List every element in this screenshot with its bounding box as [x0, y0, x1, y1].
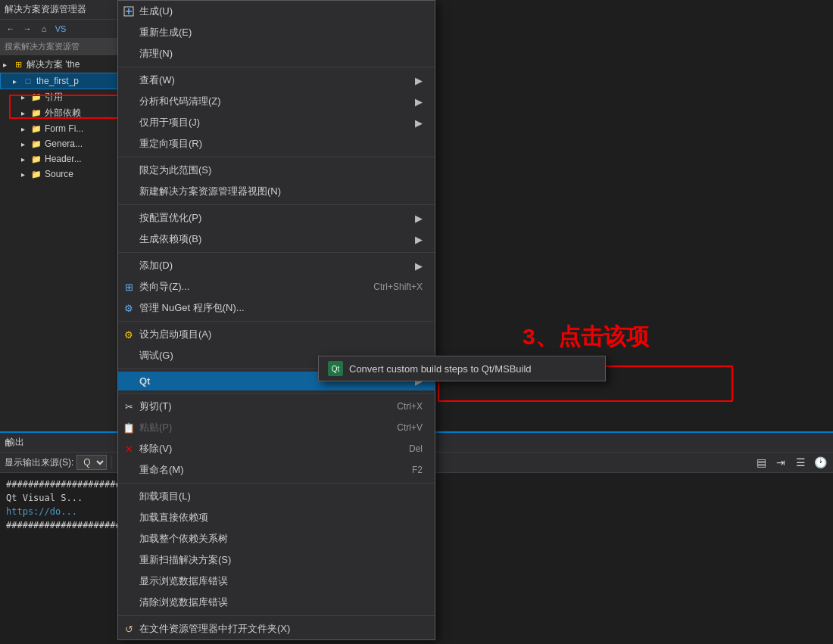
output-icon-4[interactable]: 🕐: [812, 454, 828, 471]
nuget-icon: ⚙: [123, 303, 135, 314]
paste-icon: 📋: [123, 422, 135, 434]
cm-item-retarget[interactable]: 重定向项目(R): [118, 133, 435, 154]
svg-text:Qt: Qt: [332, 365, 340, 373]
cm-item-optimize[interactable]: 按配置优化(P) ▶: [118, 207, 435, 229]
cm-item-load-tree[interactable]: 加载整个依赖关系树: [118, 528, 435, 549]
se-back-btn[interactable]: ←: [3, 21, 18, 36]
cm-arrow-view: ▶: [400, 75, 423, 86]
solution-explorer-search: 搜索解决方案资源管: [0, 39, 120, 55]
se-item-external-deps[interactable]: ▸ 📁 外部依赖: [0, 105, 120, 121]
qt-convert-icon: Qt: [328, 361, 343, 376]
se-item-source[interactable]: ▸ 📁 Source: [0, 166, 120, 182]
cm-item-load-direct[interactable]: 加载直接依赖项: [118, 507, 435, 528]
cm-item-rebuild[interactable]: 重新生成(E): [118, 22, 435, 43]
cm-item-analyze[interactable]: 分析和代码清理(Z) ▶: [118, 91, 435, 112]
output-icon-2[interactable]: ⇥: [772, 454, 789, 471]
se-item-project[interactable]: ▸ □ the_first_p: [0, 73, 120, 89]
cm-item-show-db-errors[interactable]: 显示浏览数据库错误: [118, 571, 435, 592]
cm-separator-4: [118, 252, 435, 253]
cm-shortcut-cut: Ctrl+X: [367, 401, 423, 412]
se-item-generated[interactable]: ▸ 📁 Genera...: [0, 136, 120, 151]
output-icon-1[interactable]: ▤: [753, 454, 769, 471]
build-icon: [123, 6, 135, 17]
context-menu: 生成(U) 重新生成(E) 清理(N) 查看(W) ▶ 分析和代码清理(Z) ▶…: [117, 0, 435, 640]
output-source-select[interactable]: Q: [76, 455, 107, 470]
solution-explorer-title: 解决方案资源管理器: [0, 0, 120, 20]
cm-separator-2: [118, 157, 435, 157]
cm-shortcut-class-wizard: Ctrl+Shift+X: [343, 282, 423, 292]
cm-arrow-project-only: ▶: [400, 117, 423, 129]
cm-item-new-view[interactable]: 新建解决方案资源管理器视图(N): [118, 181, 435, 202]
cm-item-unload[interactable]: 卸载项目(L): [118, 486, 435, 507]
cm-item-rename[interactable]: 重命名(M) F2: [118, 459, 435, 481]
cm-item-nuget[interactable]: ⚙ 管理 NuGet 程序包(N)...: [118, 297, 435, 319]
cm-separator-7: [118, 393, 435, 394]
se-item-form-files[interactable]: ▸ 📁 Form Fi...: [0, 121, 120, 136]
cm-item-clear-db-errors[interactable]: 清除浏览数据库错误: [118, 592, 435, 613]
cm-item-project-only[interactable]: 仅用于项目(J) ▶: [118, 112, 435, 133]
cut-icon: ✂: [123, 401, 135, 412]
cm-item-open-folder[interactable]: ↺ 在文件资源管理器中打开文件夹(X): [118, 618, 435, 639]
se-item-solution[interactable]: ▸ ⊞ 解决方案 'the: [0, 57, 120, 73]
cm-separator-8: [118, 483, 435, 484]
it-label: It: [5, 437, 10, 449]
open-folder-icon: ↺: [123, 624, 135, 635]
cm-item-class-wizard[interactable]: ⊞ 类向导(Z)... Ctrl+Shift+X: [118, 276, 435, 297]
cm-item-build[interactable]: 生成(U): [118, 1, 435, 22]
cm-item-paste[interactable]: 📋 粘贴(P) Ctrl+V: [118, 417, 435, 438]
cm-item-build-deps[interactable]: 生成依赖项(B) ▶: [118, 229, 435, 250]
solution-explorer: 解决方案资源管理器 ← → ⌂ VS 搜索解决方案资源管 ▸ ⊞ 解决方案 't…: [0, 0, 121, 431]
cm-item-add[interactable]: 添加(D) ▶: [118, 255, 435, 276]
cm-separator-9: [118, 615, 435, 616]
output-toolbar-sep-1: [111, 456, 112, 468]
cm-separator-3: [118, 204, 435, 205]
qt-submenu: Qt Convert custom build steps to Qt/MSBu…: [318, 356, 606, 381]
cm-arrow-analyze: ▶: [400, 96, 423, 107]
cm-separator-5: [118, 321, 435, 322]
se-forward-btn[interactable]: →: [20, 21, 35, 36]
class-wizard-icon: ⊞: [123, 282, 135, 293]
se-vs-btn[interactable]: VS: [53, 21, 68, 36]
solution-explorer-tree: ▸ ⊞ 解决方案 'the ▸ □ the_first_p ▸ 📁 引用 ▸ 📁…: [0, 55, 120, 183]
output-icon-3[interactable]: ☰: [792, 454, 809, 471]
cm-arrow-add: ▶: [400, 260, 423, 272]
cm-item-remove[interactable]: ✕ 移除(V) Del: [118, 438, 435, 459]
output-right-icons: ▤ ⇥ ☰ 🕐: [753, 454, 828, 471]
startup-icon: ⚙: [123, 329, 135, 341]
cm-shortcut-rename: F2: [382, 465, 423, 475]
se-home-btn[interactable]: ⌂: [36, 21, 51, 36]
cm-item-scope[interactable]: 限定为此范围(S): [118, 160, 435, 181]
se-item-references[interactable]: ▸ 📁 引用: [0, 89, 120, 105]
output-link[interactable]: https://do...: [6, 506, 77, 517]
cm-item-view[interactable]: 查看(W) ▶: [118, 70, 435, 91]
output-source-label: 显示输出来源(S):: [5, 456, 73, 469]
cm-item-set-startup[interactable]: ⚙ 设为启动项目(A): [118, 324, 435, 345]
cm-shortcut-paste: Ctrl+V: [367, 422, 423, 433]
cm-item-clean[interactable]: 清理(N): [118, 43, 435, 64]
cm-item-cut[interactable]: ✂ 剪切(T) Ctrl+X: [118, 396, 435, 417]
cm-shortcut-remove: Del: [379, 443, 423, 454]
cm-separator-1: [118, 67, 435, 67]
cm-arrow-build-deps: ▶: [400, 234, 423, 245]
cm-item-rescan[interactable]: 重新扫描解决方案(S): [118, 549, 435, 571]
remove-icon: ✕: [123, 443, 135, 455]
solution-explorer-toolbar: ← → ⌂ VS: [0, 20, 120, 39]
qt-submenu-item-convert[interactable]: Qt Convert custom build steps to Qt/MSBu…: [319, 356, 605, 381]
se-item-header[interactable]: ▸ 📁 Header...: [0, 151, 120, 166]
cm-arrow-optimize: ▶: [400, 213, 423, 224]
